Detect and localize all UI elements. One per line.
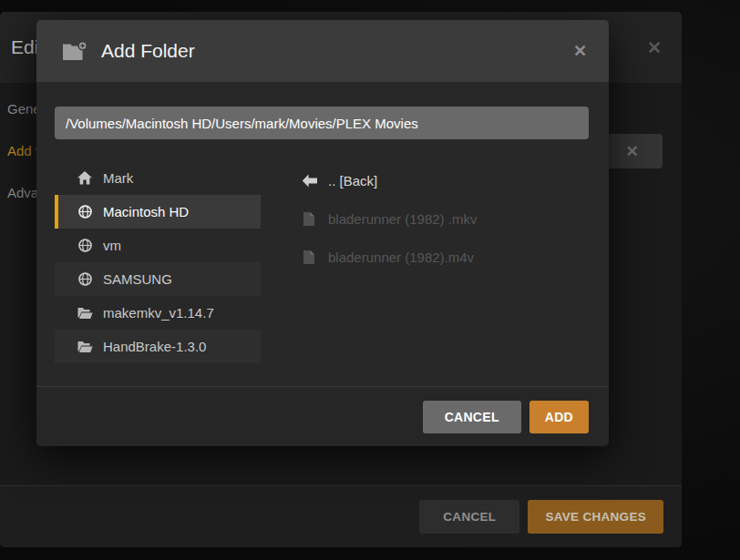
place-label: HandBrake-1.3.0: [103, 339, 206, 354]
file-icon: [301, 212, 317, 226]
place-label: SAMSUNG: [103, 271, 172, 287]
entry-label: bladerunner (1982).m4v: [328, 249, 474, 265]
place-row-mark[interactable]: Mark: [55, 161, 261, 195]
close-icon[interactable]: ✕: [573, 41, 587, 61]
cancel-button[interactable]: CANCEL: [423, 401, 521, 433]
add-folder-footer: CANCEL ADD: [36, 386, 609, 446]
close-icon[interactable]: ✕: [647, 37, 662, 58]
add-folder-modal: Add Folder ✕ Mark: [36, 20, 609, 446]
globe-icon: [77, 205, 93, 219]
place-row-vm[interactable]: vm: [55, 229, 261, 262]
place-row-makemkv[interactable]: makemkv_v1.14.7: [55, 296, 261, 330]
back-row[interactable]: .. [Back]: [301, 161, 589, 199]
edit-dialog-footer: CANCEL SAVE CHANGES: [0, 485, 682, 547]
save-changes-button[interactable]: SAVE CHANGES: [528, 500, 663, 534]
entry-label: .. [Back]: [328, 173, 377, 188]
place-label: Mark: [103, 170, 133, 186]
folder-add-icon: [62, 41, 87, 62]
places-list: Mark Macintosh HD: [55, 161, 261, 363]
back-arrow-icon: [301, 174, 317, 188]
add-button[interactable]: ADD: [529, 401, 589, 433]
file-icon: [301, 250, 317, 264]
close-icon: ✕: [625, 142, 638, 161]
add-folder-body: Mark Macintosh HD: [36, 82, 609, 386]
globe-icon: [77, 272, 93, 286]
modal-title: Add Folder: [101, 40, 195, 62]
place-row-handbrake[interactable]: HandBrake-1.3.0: [55, 330, 261, 363]
remove-folder-button[interactable]: ✕: [601, 134, 663, 168]
folder-icon: [77, 307, 93, 320]
place-row-macintosh-hd[interactable]: Macintosh HD: [55, 195, 261, 229]
folder-path-input[interactable]: [55, 107, 589, 139]
place-label: vm: [103, 238, 121, 253]
file-browser: Mark Macintosh HD: [55, 161, 589, 363]
directory-entries: .. [Back] bladerunner (1982) .mkv: [301, 161, 589, 363]
place-label: makemkv_v1.14.7: [103, 305, 214, 321]
file-row: bladerunner (1982) .mkv: [301, 199, 589, 238]
home-icon: [77, 171, 93, 185]
folder-icon: [77, 341, 93, 353]
entry-label: bladerunner (1982) .mkv: [328, 211, 477, 227]
file-row: bladerunner (1982).m4v: [301, 238, 589, 276]
add-folder-header: Add Folder ✕: [36, 20, 609, 82]
globe-icon: [77, 239, 93, 252]
edit-cancel-button[interactable]: CANCEL: [419, 500, 519, 534]
place-row-samsung[interactable]: SAMSUNG: [55, 262, 261, 296]
place-label: Macintosh HD: [103, 204, 189, 219]
